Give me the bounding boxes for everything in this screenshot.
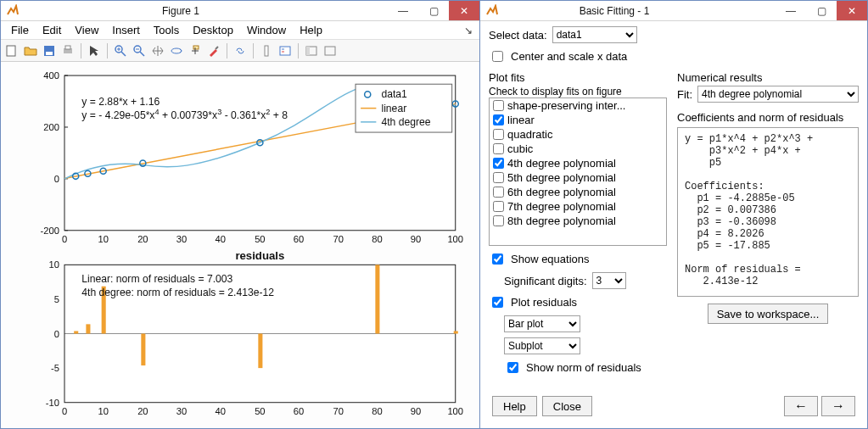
fit-checkbox[interactable] [493,129,504,140]
help-button[interactable]: Help [492,396,537,416]
fit-checkbox[interactable] [493,187,504,198]
show-plot-tools-icon[interactable] [322,43,338,58]
fit-option-label: 7th degree polynomial [507,200,616,213]
zoom-out-icon[interactable] [132,43,147,58]
rotate-3d-icon[interactable] [169,43,184,58]
sig-digits-label: Significant digits: [504,275,587,287]
bottom-y-ticks: 10 5 0 -5 -10 [46,259,59,407]
svg-text:0: 0 [62,234,67,244]
menu-tools[interactable]: Tools [147,22,186,38]
residuals-plot-type-dropdown[interactable]: Bar plot [504,315,580,332]
pan-icon[interactable] [150,43,165,58]
minimize-button[interactable]: — [388,1,418,20]
fit-checkbox[interactable] [493,172,504,183]
svg-text:20: 20 [137,406,148,416]
fit-result-dropdown[interactable]: 4th degree polynomial [697,86,859,103]
resid-norm-linear: Linear: norm of residuals = 7.003 [81,273,232,285]
save-to-workspace-button[interactable]: Save to workspace... [708,304,829,324]
svg-text:70: 70 [333,234,344,244]
menu-desktop[interactable]: Desktop [186,22,240,38]
svg-rect-2 [46,52,53,55]
menu-file[interactable]: File [4,22,36,38]
numerical-results-label: Numerical results [677,71,859,84]
fit-checkbox[interactable] [493,114,504,125]
svg-rect-80 [375,265,379,333]
fit-option-5th: 5th degree polynomial [490,170,666,185]
show-equations-label: Show equations [511,253,590,265]
svg-text:30: 30 [176,406,187,416]
figure-window: Figure 1 — ▢ ✕ File Edit View Insert Too… [0,0,480,429]
zoom-in-icon[interactable] [113,43,128,58]
svg-text:90: 90 [411,234,421,244]
fit-checkbox[interactable] [493,143,504,154]
svg-text:4th degree: 4th degree [381,116,430,128]
fit-option-shape: shape-preserving inter... [490,98,666,113]
figure-legend[interactable]: data1 linear 4th degree [356,84,452,132]
fit-list[interactable]: shape-preserving inter... linear quadrat… [489,98,667,246]
menubar-corner-icon[interactable]: ↘ [464,25,476,36]
results-textbox[interactable]: y = p1*x^4 + p2*x^3 + p3*x^2 + p4*x + p5… [677,127,859,297]
menu-edit[interactable]: Edit [36,22,68,38]
sig-digits-dropdown[interactable]: 3 [592,272,626,289]
prev-page-arrow-button[interactable]: ← [784,396,818,416]
fit-checkbox[interactable] [493,158,504,169]
show-equations-checkbox[interactable] [492,254,503,265]
svg-text:20: 20 [137,234,148,244]
basic-fitting-window: Basic Fitting - 1 — ▢ ✕ Select data: dat… [480,0,868,429]
insert-legend-icon[interactable] [277,43,293,58]
plot-residuals-checkbox[interactable] [492,297,503,308]
top-axes[interactable]: 400 200 0 -200 0 10 20 30 40 50 60 70 80… [41,70,463,244]
svg-text:80: 80 [372,406,382,416]
new-figure-icon[interactable] [4,43,20,58]
show-norm-residuals-checkbox[interactable] [507,362,518,373]
fit-option-label: 4th degree polynomial [507,157,616,170]
fitting-body: Select data: data1 Center and scale x da… [480,21,867,428]
center-scale-checkbox[interactable] [492,51,503,62]
fit-option-linear: linear [490,113,666,127]
residuals-location-dropdown[interactable]: Subplot [504,337,580,354]
svg-text:40: 40 [215,406,225,416]
data-cursor-icon[interactable] [188,43,203,58]
close-dialog-button[interactable]: Close [542,396,592,416]
matlab-logo-icon [6,4,20,18]
menu-help[interactable]: Help [293,22,329,38]
fit-checkbox[interactable] [493,201,504,212]
print-icon[interactable] [60,43,76,58]
svg-rect-4 [65,46,70,49]
figure-toolbar [1,40,479,62]
fit-select-label: Fit: [677,88,692,101]
svg-rect-78 [141,334,145,366]
edit-plot-arrow-icon[interactable] [87,43,102,58]
svg-rect-22 [325,47,335,55]
insert-colorbar-icon[interactable] [259,43,274,58]
select-data-dropdown[interactable]: data1 [552,26,637,43]
fit-checkbox[interactable] [493,100,504,111]
svg-rect-75 [74,331,78,333]
svg-text:10: 10 [98,406,108,416]
maximize-button[interactable]: ▢ [806,1,837,20]
minimize-button[interactable]: — [776,1,806,20]
menu-insert[interactable]: Insert [105,22,147,38]
close-button[interactable]: ✕ [449,1,479,20]
close-button[interactable]: ✕ [837,1,867,20]
brush-icon[interactable] [206,43,221,58]
bottom-axes[interactable]: 10 5 0 -5 -10 0 10 20 30 40 50 60 70 80 … [46,259,463,416]
select-data-label: Select data: [489,29,547,42]
fit-checkbox[interactable] [493,215,504,226]
hide-plot-tools-icon[interactable] [304,43,319,58]
svg-text:60: 60 [294,406,304,416]
maximize-button[interactable]: ▢ [418,1,449,20]
fit-option-label: 5th degree polynomial [507,171,616,184]
open-icon[interactable] [23,43,38,58]
next-page-arrow-button[interactable]: → [821,396,855,416]
svg-text:200: 200 [43,122,59,132]
svg-text:50: 50 [255,406,265,416]
save-icon[interactable] [42,43,57,58]
menu-window[interactable]: Window [240,22,293,38]
svg-text:60: 60 [294,234,304,244]
svg-rect-21 [306,47,310,55]
svg-line-10 [140,52,144,56]
figure-window-buttons: — ▢ ✕ [388,1,479,20]
menu-view[interactable]: View [68,22,105,38]
link-icon[interactable] [232,43,248,58]
